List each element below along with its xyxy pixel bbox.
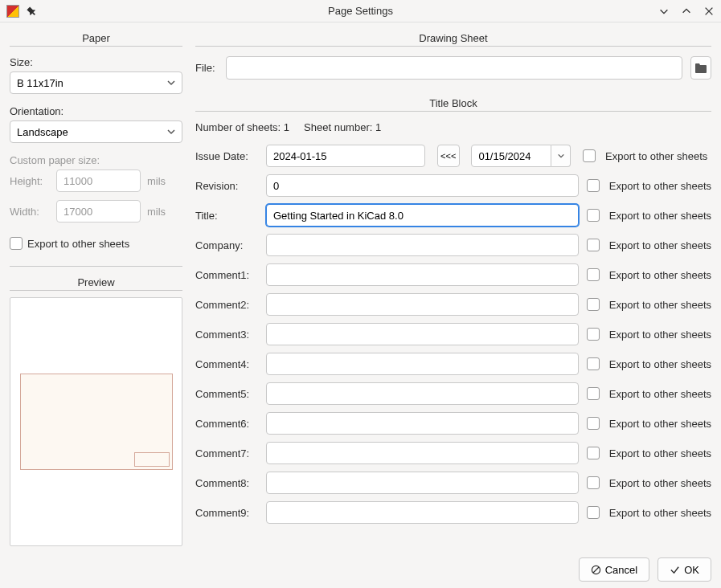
comment3-input[interactable]: [266, 323, 579, 345]
browse-button[interactable]: [690, 56, 711, 80]
comment9-label: Comment9:: [195, 507, 258, 519]
comment6-export-checkbox[interactable]: [587, 417, 600, 430]
file-label: File:: [195, 62, 218, 74]
date-picker-button[interactable]: [551, 145, 571, 167]
comment2-export-checkbox[interactable]: [587, 298, 600, 311]
comment7-export-label: Export to other sheets: [609, 447, 711, 459]
comment7-input[interactable]: [266, 442, 579, 464]
cancel-icon: [591, 565, 601, 575]
width-input: [56, 200, 141, 223]
company-input[interactable]: [266, 234, 579, 256]
drawing-sheet-header: Drawing Sheet: [195, 29, 711, 47]
comment4-export-checkbox[interactable]: [587, 357, 600, 370]
date-picker-input[interactable]: [471, 145, 551, 167]
close-icon[interactable]: [703, 6, 715, 17]
size-select[interactable]: B 11x17in: [10, 71, 182, 94]
folder-icon: [694, 63, 707, 74]
date-transfer-button[interactable]: <<<: [437, 145, 460, 167]
comment3-export-label: Export to other sheets: [609, 329, 711, 341]
size-label: Size:: [10, 56, 182, 68]
paper-export-checkbox[interactable]: [10, 237, 23, 250]
ok-button[interactable]: OK: [658, 557, 711, 582]
comment3-label: Comment3:: [195, 329, 258, 341]
revision-export-label: Export to other sheets: [609, 180, 711, 192]
comment5-export-label: Export to other sheets: [609, 388, 711, 400]
svg-line-1: [593, 566, 599, 572]
sheet-count: Number of sheets: 1: [195, 121, 289, 133]
custom-size-label: Custom paper size:: [10, 154, 182, 166]
issue-date-input[interactable]: [266, 145, 425, 167]
comment5-export-checkbox[interactable]: [587, 387, 600, 400]
cancel-button[interactable]: Cancel: [579, 557, 649, 582]
title-export-label: Export to other sheets: [609, 210, 711, 222]
check-icon: [670, 565, 680, 575]
issue-date-export-checkbox[interactable]: [583, 149, 596, 162]
orientation-select[interactable]: Landscape: [10, 120, 182, 143]
revision-label: Revision:: [195, 180, 258, 192]
preview-box: [10, 297, 182, 546]
comment5-label: Comment5:: [195, 388, 258, 400]
title-export-checkbox[interactable]: [587, 209, 600, 222]
revision-export-checkbox[interactable]: [587, 179, 600, 192]
file-input[interactable]: [226, 56, 682, 80]
issue-date-export-label: Export to other sheets: [605, 150, 711, 162]
comment9-input[interactable]: [266, 501, 579, 524]
comment6-label: Comment6:: [195, 418, 258, 430]
comment2-export-label: Export to other sheets: [609, 299, 711, 311]
preview-section-header: Preview: [10, 273, 182, 291]
paper-export-label: Export to other sheets: [27, 238, 129, 250]
comment2-label: Comment2:: [195, 299, 258, 311]
issue-date-label: Issue Date:: [195, 150, 258, 162]
titlebar: Page Settings: [0, 0, 721, 22]
height-label: Height:: [10, 175, 50, 187]
comment6-input[interactable]: [266, 412, 579, 435]
orientation-label: Orientation:: [10, 105, 182, 117]
window-title: Page Settings: [328, 5, 393, 17]
comment7-label: Comment7:: [195, 447, 258, 459]
comment1-export-label: Export to other sheets: [609, 269, 711, 281]
company-export-label: Export to other sheets: [609, 239, 711, 251]
comment3-export-checkbox[interactable]: [587, 328, 600, 341]
height-input: [56, 169, 141, 192]
comment7-export-checkbox[interactable]: [587, 447, 600, 459]
comment8-export-checkbox[interactable]: [587, 476, 600, 489]
comment1-input[interactable]: [266, 263, 579, 286]
width-unit: mils: [147, 206, 166, 218]
maximize-icon[interactable]: [681, 6, 692, 17]
title-input[interactable]: [266, 204, 579, 227]
comment4-input[interactable]: [266, 353, 579, 375]
comment9-export-label: Export to other sheets: [609, 507, 711, 519]
title-block-header: Title Block: [195, 94, 711, 112]
company-export-checkbox[interactable]: [587, 239, 600, 251]
comment4-label: Comment4:: [195, 358, 258, 370]
comment8-input[interactable]: [266, 472, 579, 494]
paper-section-header: Paper: [10, 29, 182, 47]
chevron-down-icon: [557, 152, 565, 160]
width-label: Width:: [10, 206, 50, 218]
sheet-number: Sheet number: 1: [304, 121, 381, 133]
comment1-label: Comment1:: [195, 269, 258, 281]
comment6-export-label: Export to other sheets: [609, 418, 711, 430]
preview-sheet: [20, 374, 173, 470]
minimize-icon[interactable]: [658, 6, 670, 17]
pin-icon[interactable]: [26, 6, 37, 17]
company-label: Company:: [195, 239, 258, 251]
revision-input[interactable]: [266, 174, 579, 197]
comment2-input[interactable]: [266, 293, 579, 316]
comment8-label: Comment8:: [195, 477, 258, 489]
comment4-export-label: Export to other sheets: [609, 358, 711, 370]
app-icon: [6, 5, 19, 18]
comment8-export-label: Export to other sheets: [609, 477, 711, 489]
comment9-export-checkbox[interactable]: [587, 506, 600, 519]
comment5-input[interactable]: [266, 382, 579, 405]
height-unit: mils: [147, 175, 166, 187]
title-label: Title:: [195, 210, 258, 222]
comment1-export-checkbox[interactable]: [587, 268, 600, 281]
